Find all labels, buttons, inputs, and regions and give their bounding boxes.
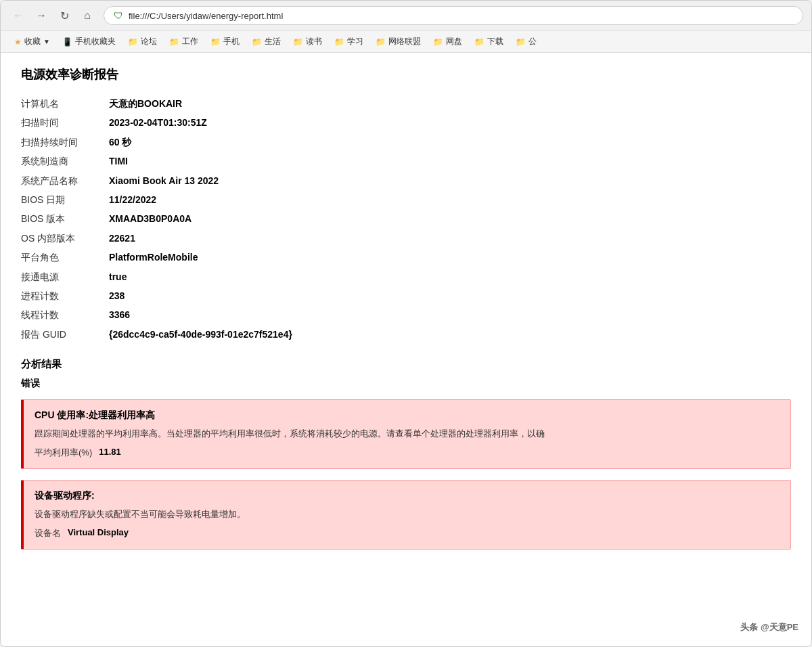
field-value: 11/22/2022 <box>109 192 156 207</box>
bookmark-label: 工作 <box>182 36 198 47</box>
info-row: 扫描时间2023-02-04T01:30:51Z <box>21 115 791 130</box>
error-card-stat: 平均利用率(%) 11.81 <box>35 447 780 459</box>
field-value: 3366 <box>109 307 130 322</box>
bookmark-download[interactable]: 📁 下载 <box>469 34 509 49</box>
field-label: 线程计数 <box>21 307 109 322</box>
bookmark-label: 论坛 <box>141 36 157 47</box>
folder-icon: 📁 <box>516 37 526 47</box>
forward-button[interactable]: → <box>32 6 51 25</box>
back-button[interactable]: ← <box>9 6 28 25</box>
page-content: 电源效率诊断报告 计算机名天意的BOOKAIR扫描时间2023-02-04T01… <box>1 53 811 646</box>
bookmark-public[interactable]: 📁 公 <box>510 34 542 49</box>
folder-icon: 📁 <box>128 37 138 47</box>
bookmark-reading[interactable]: 📁 读书 <box>288 34 328 49</box>
info-row: 线程计数3366 <box>21 307 791 322</box>
error-card-driver: 设备驱动程序: 设备驱动程序缺失或配置不当可能会导致耗电量增加。 设备名 Vir… <box>21 480 791 550</box>
bookmark-label: 网络联盟 <box>388 36 421 47</box>
report-title: 电源效率诊断报告 <box>21 66 791 83</box>
field-value: XMAAD3B0P0A0A <box>109 211 191 226</box>
security-icon: 🛡 <box>114 10 123 21</box>
dropdown-icon: ▼ <box>43 38 50 45</box>
bookmark-label: 手机 <box>223 36 240 47</box>
field-value: 238 <box>109 288 125 303</box>
bookmark-netdisk[interactable]: 📁 网盘 <box>428 34 468 49</box>
field-label: 报告 GUID <box>21 327 109 342</box>
stat-label: 平均利用率(%) <box>35 447 92 459</box>
stat-value: 11.81 <box>99 447 121 459</box>
bookmark-label: 手机收藏夹 <box>75 36 116 47</box>
field-label: 系统产品名称 <box>21 173 109 188</box>
watermark: 头条 @天意PE <box>740 621 798 633</box>
info-row: 进程计数238 <box>21 288 791 303</box>
folder-icon: 📁 <box>169 37 179 47</box>
info-row: 系统制造商TIMI <box>21 154 791 169</box>
info-row: BIOS 日期11/22/2022 <box>21 192 791 207</box>
bookmark-network[interactable]: 📁 网络联盟 <box>370 34 426 49</box>
info-row: 接通电源true <box>21 269 791 284</box>
bookmark-work[interactable]: 📁 工作 <box>164 34 204 49</box>
folder-icon: 📁 <box>334 37 344 47</box>
info-row: 报告 GUID{26dcc4c9-ca5f-40de-993f-01e2c7f5… <box>21 327 791 342</box>
stat-value: Virtual Display <box>68 527 129 539</box>
bookmark-label: 网盘 <box>446 36 462 47</box>
bookmark-label: 公 <box>528 36 537 47</box>
bookmark-label: 学习 <box>347 36 363 47</box>
field-value: 22621 <box>109 231 135 246</box>
star-icon: ★ <box>14 37 22 47</box>
bookmark-phone[interactable]: 📁 手机 <box>205 34 245 49</box>
bookmarks-bar: ★ 收藏 ▼ 📱 手机收藏夹 📁 论坛 📁 工作 📁 手机 📁 生活 📁 读书 <box>1 31 811 53</box>
address-bar[interactable]: 🛡 file:///C:/Users/yidaw/energy-report.h… <box>104 6 803 25</box>
info-row: 系统产品名称Xiaomi Book Air 13 2022 <box>21 173 791 188</box>
analysis-title: 分析结果 <box>21 358 791 371</box>
field-label: BIOS 版本 <box>21 211 109 226</box>
info-row: 平台角色PlatformRoleMobile <box>21 250 791 265</box>
bookmark-label: 生活 <box>265 36 281 47</box>
errors-title: 错误 <box>21 378 791 390</box>
info-row: BIOS 版本XMAAD3B0P0A0A <box>21 211 791 226</box>
bookmark-study[interactable]: 📁 学习 <box>329 34 369 49</box>
error-card-title: CPU 使用率:处理器利用率高 <box>35 409 780 422</box>
folder-icon: 📁 <box>376 37 386 47</box>
bookmark-label: 读书 <box>306 36 322 47</box>
field-value: {26dcc4c9-ca5f-40de-993f-01e2c7f521e4} <box>109 327 292 342</box>
bookmark-life[interactable]: 📁 生活 <box>246 34 286 49</box>
url-text: file:///C:/Users/yidaw/energy-report.htm… <box>129 11 283 21</box>
info-table: 计算机名天意的BOOKAIR扫描时间2023-02-04T01:30:51Z扫描… <box>21 96 791 342</box>
info-row: OS 内部版本22621 <box>21 231 791 246</box>
nav-buttons: ← → ↻ ⌂ <box>9 6 97 25</box>
folder-icon: 📁 <box>433 37 443 47</box>
folder-icon: 📁 <box>474 37 484 47</box>
error-card-stat: 设备名 Virtual Display <box>35 527 780 539</box>
reload-button[interactable]: ↻ <box>55 6 74 25</box>
bookmark-forum[interactable]: 📁 论坛 <box>122 34 162 49</box>
info-row: 扫描持续时间60 秒 <box>21 135 791 150</box>
bookmark-label: 收藏 <box>24 36 41 47</box>
field-label: 接通电源 <box>21 269 109 284</box>
field-label: 平台角色 <box>21 250 109 265</box>
error-card-desc: 跟踪期间处理器的平均利用率高。当处理器的平均利用率很低时，系统将消耗较少的电源。… <box>35 427 780 441</box>
field-label: 系统制造商 <box>21 154 109 169</box>
field-value: Xiaomi Book Air 13 2022 <box>109 173 219 188</box>
browser-window: ← → ↻ ⌂ 🛡 file:///C:/Users/yidaw/energy-… <box>0 0 812 647</box>
field-label: 扫描持续时间 <box>21 135 109 150</box>
field-label: OS 内部版本 <box>21 231 109 246</box>
folder-icon: 📁 <box>252 37 262 47</box>
info-row: 计算机名天意的BOOKAIR <box>21 96 791 111</box>
field-value: 60 秒 <box>109 135 131 150</box>
bookmark-label: 下载 <box>487 36 503 47</box>
bookmark-mobile[interactable]: 📱 手机收藏夹 <box>57 34 121 49</box>
field-label: 进程计数 <box>21 288 109 303</box>
bookmark-favorites[interactable]: ★ 收藏 ▼ <box>9 34 55 49</box>
field-value: PlatformRoleMobile <box>109 250 198 265</box>
folder-icon: 📱 <box>62 37 72 47</box>
field-value: true <box>109 269 127 284</box>
field-label: BIOS 日期 <box>21 192 109 207</box>
field-value: TIMI <box>109 154 128 169</box>
field-label: 扫描时间 <box>21 115 109 130</box>
field-label: 计算机名 <box>21 96 109 111</box>
home-button[interactable]: ⌂ <box>78 6 97 25</box>
stat-label: 设备名 <box>35 527 61 539</box>
error-card-desc: 设备驱动程序缺失或配置不当可能会导致耗电量增加。 <box>35 508 780 522</box>
folder-icon: 📁 <box>210 37 221 47</box>
field-value: 2023-02-04T01:30:51Z <box>109 115 207 130</box>
